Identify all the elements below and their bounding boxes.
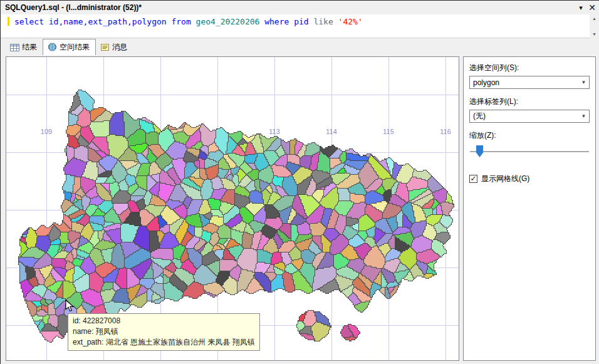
results-grid-icon — [10, 43, 19, 52]
spatial-column-label: 选择空间列(S): — [469, 63, 590, 73]
sql-editor[interactable]: select id,name,ext_path,polygon from geo… — [1, 14, 599, 38]
zoom-slider-track[interactable] — [470, 151, 589, 152]
chevron-down-icon[interactable]: ▼ — [578, 113, 589, 119]
label-column-label: 选择标签列(L): — [469, 96, 590, 107]
chevron-down-icon[interactable]: ▼ — [578, 80, 589, 85]
tab-spatial-results[interactable]: 空间结果 — [43, 39, 96, 55]
sql-code[interactable]: select id,name,ext_path,polygon from geo… — [14, 17, 363, 26]
scroll-down-icon[interactable]: ▼ — [590, 30, 599, 38]
spatial-options-panel: 选择空间列(S): polygon ▼ 选择标签列(L): (无) ▼ 缩放(Z… — [463, 56, 596, 361]
document-title: SQLQuery1.sql - (l...dministrator (52))* — [1, 3, 142, 12]
zoom-slider-thumb[interactable] — [476, 145, 483, 157]
tab-results[interactable]: 结果 — [6, 40, 43, 55]
ssms-window: SQLQuery1.sql - (l...dministrator (52))*… — [0, 0, 599, 364]
modified-line-indicator — [8, 17, 9, 26]
tab-spatial-results-label: 空间结果 — [60, 42, 90, 53]
feature-tooltip: id: 422827008 name: 翔凤镇 ext_path: 湖北省 恩施… — [68, 313, 260, 351]
label-column-select[interactable]: (无) ▼ — [469, 110, 590, 123]
show-grid-row: ✓ 显示网格线(G) — [469, 174, 590, 184]
zoom-slider[interactable] — [469, 145, 590, 159]
messages-icon — [100, 43, 110, 52]
document-list-dropdown-icon[interactable]: ▾ — [575, 2, 586, 13]
label-column-value: (无) — [470, 111, 578, 122]
zoom-label: 缩放(Z): — [469, 130, 590, 141]
show-grid-label: 显示网格线(G) — [481, 174, 529, 184]
tab-messages-label: 消息 — [112, 42, 127, 53]
tooltip-name: name: 翔凤镇 — [73, 326, 255, 337]
tab-messages[interactable]: 消息 — [96, 40, 133, 55]
close-icon[interactable]: ✕ — [586, 2, 598, 13]
document-titlebar: SQLQuery1.sql - (l...dministrator (52))*… — [1, 1, 599, 14]
scroll-up-icon[interactable]: ▲ — [590, 14, 599, 23]
tab-results-label: 结果 — [22, 42, 37, 53]
tooltip-id: id: 422827008 — [73, 316, 255, 326]
spatial-column-select[interactable]: polygon ▼ — [469, 76, 590, 89]
show-grid-checkbox[interactable]: ✓ — [469, 175, 477, 183]
globe-icon — [48, 43, 57, 51]
results-tabstrip: 结果 空间结果 消息 — [1, 38, 599, 55]
tooltip-ext-path: ext_path: 湖北省 恩施土家族苗族自治州 来凤县 翔凤镇 — [73, 337, 255, 348]
editor-scrollbar[interactable]: ▲ ▼ — [590, 14, 599, 38]
spatial-column-value: polygon — [470, 78, 578, 87]
